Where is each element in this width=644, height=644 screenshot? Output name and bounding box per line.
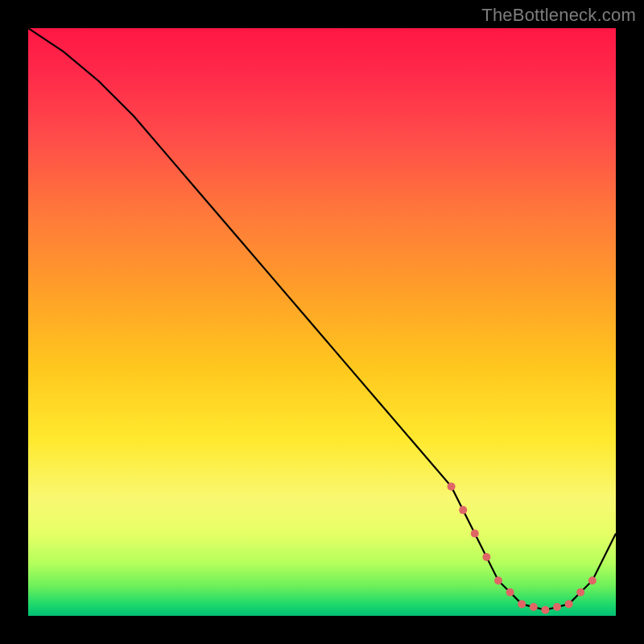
valley-marker xyxy=(471,530,479,538)
valley-marker xyxy=(494,576,502,584)
valley-marker xyxy=(482,553,490,561)
valley-marker xyxy=(530,603,538,611)
chart-stage: TheBottleneck.com xyxy=(0,0,644,644)
valley-marker xyxy=(448,482,456,490)
valley-markers xyxy=(448,482,597,613)
valley-marker xyxy=(588,576,597,584)
valley-marker xyxy=(518,600,526,608)
valley-marker xyxy=(576,588,584,597)
valley-marker xyxy=(565,600,573,608)
valley-marker xyxy=(506,588,514,597)
curve-line xyxy=(28,28,616,610)
gradient-plot-area xyxy=(28,28,616,616)
bottleneck-curve-chart xyxy=(28,28,616,616)
valley-marker xyxy=(541,606,549,614)
watermark-text: TheBottleneck.com xyxy=(481,5,636,26)
valley-marker xyxy=(459,506,467,514)
valley-marker xyxy=(553,603,561,611)
